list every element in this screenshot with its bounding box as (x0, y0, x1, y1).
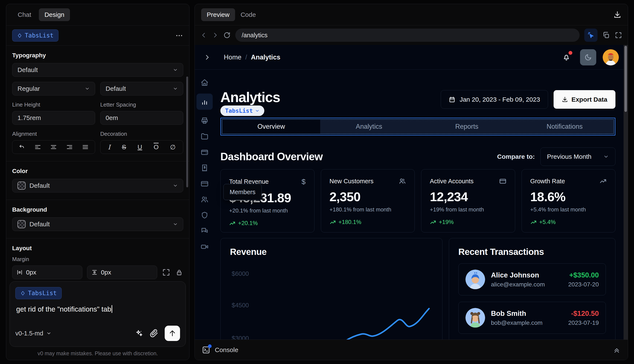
layout-heading: Layout (12, 245, 183, 252)
decoration-label: Decoration (100, 131, 183, 137)
lock-icon[interactable] (175, 268, 183, 276)
font-weight-select[interactable]: Regular (12, 82, 95, 96)
margin-x-input[interactable]: 0px (12, 266, 82, 279)
italic-icon[interactable]: I (108, 144, 111, 151)
font-family-select[interactable]: Default (12, 63, 183, 77)
margin-horizontal-icon (17, 270, 23, 275)
trending-up-icon (430, 219, 436, 226)
tab-code[interactable]: Code (235, 8, 261, 21)
typography-heading: Typography (12, 52, 183, 59)
forward-icon[interactable] (212, 32, 219, 38)
model-select[interactable]: v0-1.5-md (15, 330, 51, 337)
back-icon[interactable] (200, 32, 207, 38)
overline-icon[interactable]: O (154, 144, 159, 151)
notifications-button[interactable] (562, 53, 571, 62)
tab-preview[interactable]: Preview (201, 8, 235, 21)
transaction-name: Alice Johnson (491, 271, 562, 279)
color-select[interactable]: Default (12, 179, 183, 192)
alignment-toolbar (12, 140, 95, 154)
preview-panel: Preview Code /analytics Home / Analytics (195, 4, 628, 360)
prompt-composer[interactable]: TabsList get rid of the "notifications" … (10, 281, 186, 347)
sidebar-item-members[interactable] (200, 194, 209, 204)
preview-scrollbar[interactable] (623, 45, 628, 340)
stat-trend-value: +180.1% (339, 219, 361, 226)
background-select[interactable]: Default (12, 218, 183, 231)
sidebar-toggle-icon[interactable] (204, 54, 211, 61)
selected-component-chip[interactable]: TabsList (12, 30, 59, 42)
line-height-input[interactable]: 1.75rem (12, 111, 95, 125)
sparkles-icon[interactable] (135, 329, 143, 338)
tab-overview[interactable]: Overview (222, 120, 320, 134)
credit-card-icon (200, 180, 209, 188)
folder-icon (200, 132, 209, 140)
select-element-button[interactable] (584, 28, 597, 42)
avatar (465, 308, 485, 328)
letter-spacing-input[interactable]: 0em (100, 111, 183, 125)
trending-up-icon (330, 219, 336, 226)
chevrons-up-icon[interactable] (613, 346, 620, 354)
expand-icon[interactable] (162, 268, 170, 276)
sidebar-item-printer[interactable] (200, 116, 209, 126)
component-badge[interactable]: TabsList (220, 106, 264, 116)
line-height-label: Line Height (12, 102, 95, 108)
transaction-name: Bob Smith (491, 310, 562, 318)
composer-component-chip[interactable]: TabsList (15, 287, 62, 299)
tab-analytics[interactable]: Analytics (320, 120, 418, 134)
compare-select[interactable]: Previous Month (540, 148, 615, 166)
preview-scrollbar-thumb[interactable] (624, 46, 627, 112)
home-icon (200, 79, 209, 87)
decoration-toolbar: I S U O ∅ (100, 140, 183, 154)
fullscreen-icon[interactable] (614, 31, 622, 39)
tab-notifications[interactable]: Notifications (516, 120, 614, 134)
breadcrumb-home[interactable]: Home (224, 54, 241, 61)
dollar-icon: $ (302, 178, 306, 186)
stat-trend-value: +5.4% (539, 219, 556, 226)
stat-card-total-revenue: Total Revenue$ $45,231.89 +20.1% from la… (220, 169, 314, 232)
align-right-icon[interactable] (66, 144, 73, 150)
sidebar-item-folder[interactable] (200, 132, 209, 141)
tab-reports[interactable]: Reports (418, 120, 516, 134)
more-menu-icon[interactable] (175, 32, 183, 40)
stat-trend-value: +19% (439, 219, 454, 226)
align-center-icon[interactable] (50, 144, 57, 150)
margin-label: Margin (12, 256, 183, 262)
sidebar-item-video[interactable] (200, 242, 209, 252)
download-icon (562, 96, 568, 103)
tab-design[interactable]: Design (39, 8, 70, 21)
sidebar-item-messages[interactable] (200, 226, 209, 236)
transaction-row[interactable]: Bob Smith bob@example.com -$120.50 2023-… (458, 302, 606, 334)
date-range-picker[interactable]: Jan 20, 2023 - Feb 09, 2023 (441, 90, 548, 109)
underline-icon[interactable]: U (138, 144, 142, 151)
tab-chat[interactable]: Chat (12, 8, 37, 21)
url-input[interactable]: /analytics (235, 28, 580, 42)
align-justify-icon[interactable] (82, 144, 89, 150)
paperclip-icon[interactable] (150, 329, 158, 338)
undo-icon[interactable] (19, 144, 25, 150)
left-panel-scrollbar[interactable] (186, 76, 188, 187)
sidebar-item-analytics[interactable] (196, 94, 213, 110)
sidebar-item-home[interactable] (200, 78, 209, 88)
prompt-input[interactable]: get rid of the "notifications" tab (16, 305, 179, 313)
download-icon[interactable] (613, 11, 621, 19)
user-avatar[interactable] (603, 49, 619, 66)
margin-y-input[interactable]: 0px (87, 266, 157, 279)
app-main: Analytics TabsList Jan 20, 2023 - Feb 09… (214, 70, 628, 360)
trending-up-icon (599, 178, 607, 185)
compare-label: Compare to: (497, 153, 535, 160)
strikethrough-icon[interactable]: S (122, 144, 126, 151)
no-decoration-icon[interactable]: ∅ (170, 144, 176, 151)
align-left-icon[interactable] (35, 144, 41, 150)
transaction-row[interactable]: Alice Johnson alice@example.com +$350.00… (458, 264, 606, 296)
sidebar-item-security[interactable] (200, 210, 209, 220)
copy-icon[interactable] (602, 31, 610, 39)
theme-toggle-button[interactable] (580, 49, 596, 66)
console-bar[interactable]: Console (195, 340, 628, 360)
sidebar-item-cards[interactable] (200, 179, 209, 188)
send-button[interactable] (165, 326, 180, 341)
export-data-button[interactable]: Export Data (554, 90, 615, 109)
font-size-select[interactable]: Default (100, 82, 183, 96)
sidebar-item-receipts[interactable] (200, 163, 209, 173)
sidebar-item-wallet[interactable] (200, 147, 209, 157)
users-icon (200, 196, 209, 204)
refresh-icon[interactable] (223, 32, 231, 39)
